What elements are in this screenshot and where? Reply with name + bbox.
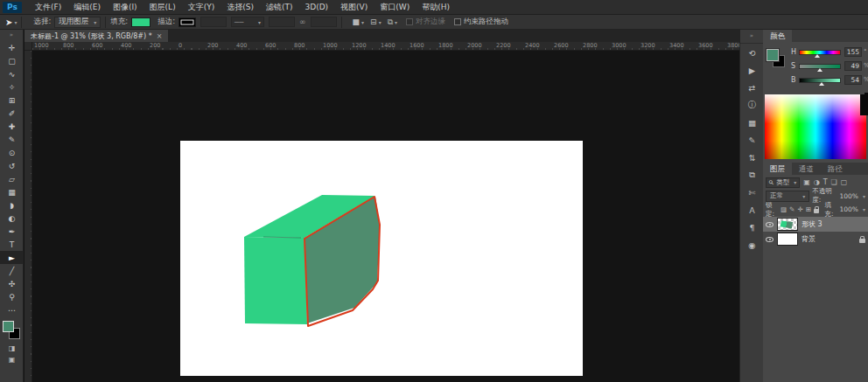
dock-panel-button[interactable]: A (740, 201, 764, 219)
lock-button[interactable]: ⊞ (806, 205, 811, 213)
width-field[interactable] (269, 17, 295, 27)
close-tab-icon[interactable]: × (157, 32, 163, 40)
filter-icon[interactable]: ▢ (841, 178, 848, 186)
path-op-button[interactable]: ■▾ (353, 17, 365, 27)
tool-button[interactable]: ✎ (0, 133, 24, 146)
tool-button[interactable]: ◐ (0, 212, 24, 225)
quick-mask-button[interactable]: ◨ (0, 343, 24, 354)
menu-item[interactable]: 文字(Y) (182, 0, 221, 15)
chevron-down-icon[interactable]: ▾ (14, 19, 17, 25)
dock-panel-button[interactable]: ✄ (740, 184, 764, 201)
tool-button[interactable]: ► (0, 251, 24, 264)
slider-handle[interactable] (817, 68, 822, 72)
stroke-width-field[interactable] (200, 17, 227, 27)
layer-kind-filter-dropdown[interactable]: ⚲ 类型 ▾ (766, 177, 800, 188)
dock-panel-button[interactable]: ⓘ (740, 96, 764, 114)
layers-tab[interactable]: 路径 (821, 163, 850, 175)
dock-panel-button[interactable]: ¶ (740, 219, 764, 236)
stroke-color-swatch[interactable] (178, 17, 196, 27)
menu-item[interactable]: 窗口(W) (374, 0, 416, 15)
tool-button[interactable]: ▦ (0, 185, 24, 198)
path-op-button[interactable]: ⧉▾ (388, 17, 397, 27)
tool-button[interactable]: ∿ (0, 67, 24, 80)
collapse-toolbar-icon[interactable]: » (0, 30, 23, 41)
tool-button[interactable]: ▱ (0, 172, 24, 185)
filter-icon[interactable]: ❏ (831, 178, 837, 186)
dock-panel-button[interactable]: ⇅ (740, 149, 764, 166)
layer-name[interactable]: 形状 3 (802, 219, 822, 229)
lock-button[interactable]: ✎ (789, 205, 794, 213)
tool-button[interactable]: ╱ (0, 264, 24, 277)
layers-tab[interactable]: 通道 (792, 163, 821, 175)
slider-value-field[interactable]: 155 (844, 47, 862, 57)
dock-panel-button[interactable]: ▦ (740, 114, 764, 131)
slider-value-field[interactable]: 54 (844, 75, 862, 85)
opacity-value[interactable]: 100% (840, 192, 858, 200)
chevron-down-icon[interactable]: ▾ (863, 193, 865, 199)
menu-item[interactable]: 选择(S) (220, 0, 260, 15)
menu-item[interactable]: 图像(I) (107, 0, 144, 15)
tool-button[interactable]: ✒ (0, 225, 24, 238)
menu-item[interactable]: 文件(F) (29, 0, 67, 15)
dock-panel-button[interactable]: ⟲ (740, 44, 764, 61)
fill-color-swatch[interactable] (131, 17, 150, 27)
stroke-style-dropdown[interactable]: ──▾ (231, 17, 264, 27)
dock-panel-button[interactable]: ▶ (740, 61, 764, 79)
color-spectrum-picker[interactable] (765, 94, 866, 159)
tool-button[interactable]: ✛ (0, 41, 24, 54)
slider-track[interactable] (799, 50, 841, 55)
height-field[interactable] (311, 17, 337, 27)
tool-button[interactable]: ⚲ (0, 290, 24, 303)
layer-name[interactable]: 背景 (802, 234, 816, 244)
layer-thumbnail[interactable] (777, 218, 798, 231)
filter-icon[interactable]: ▣ (803, 178, 810, 186)
visibility-eye-icon[interactable] (766, 237, 774, 242)
menu-item[interactable]: 帮助(H) (416, 0, 456, 15)
slider-value-field[interactable]: 49 (844, 61, 862, 71)
fill-value[interactable]: 100% (840, 205, 858, 213)
menu-item[interactable]: 滤镜(T) (260, 0, 299, 15)
layers-tab[interactable]: 图层 (763, 163, 792, 175)
path-op-button[interactable]: ⊟▾ (370, 17, 382, 27)
tool-button[interactable]: ✐ (0, 107, 24, 120)
menu-item[interactable]: 编辑(E) (67, 0, 107, 15)
visibility-eye-icon[interactable] (766, 222, 774, 227)
lock-all-icon[interactable] (814, 209, 819, 213)
foreground-color-swatch[interactable] (3, 321, 14, 332)
tool-button[interactable]: ▢ (0, 54, 24, 67)
foreground-color-swatch[interactable] (766, 49, 779, 61)
tool-button[interactable]: ✚ (0, 120, 24, 133)
dock-panel-button[interactable]: ⧉ (740, 166, 764, 184)
lock-button[interactable]: ✛ (797, 205, 802, 213)
dock-panel-button[interactable]: ◉ (740, 236, 764, 254)
menu-item[interactable]: 视图(V) (334, 0, 374, 15)
menu-item[interactable]: 3D(D) (298, 0, 334, 15)
tool-button[interactable]: T (0, 238, 24, 251)
canvas[interactable] (180, 141, 583, 376)
lock-button[interactable]: ▨ (780, 205, 787, 213)
tool-button[interactable]: ✣ (0, 277, 24, 290)
filter-icon[interactable]: ◑ (814, 178, 820, 186)
layer-thumbnail[interactable] (777, 233, 798, 246)
chevron-down-icon[interactable]: ▾ (863, 206, 865, 212)
collapse-dock-icon[interactable]: » (740, 30, 763, 44)
layer-row-background[interactable]: 背景 (763, 232, 868, 247)
box-left-face[interactable] (244, 237, 307, 324)
select-mode-dropdown[interactable]: 现用图层 ▾ (54, 17, 101, 28)
tool-button[interactable]: ⊙ (0, 146, 24, 159)
slider-handle[interactable] (815, 54, 820, 58)
dock-panel-button[interactable]: ⇄ (740, 79, 764, 96)
tool-button[interactable]: ✧ (0, 80, 24, 94)
slider-handle[interactable] (819, 82, 824, 86)
tool-button[interactable]: ◗ (0, 198, 24, 212)
filter-icon[interactable]: T (823, 178, 828, 186)
constrain-path-drag-checkbox[interactable]: 约束路径拖动 (454, 17, 508, 27)
document-tab[interactable]: 未标题-1 @ 31% (形状 3, RGB/8#) * × (24, 30, 168, 42)
dock-panel-button[interactable]: ✎ (740, 131, 764, 149)
link-dimensions-icon[interactable]: ∞ (299, 17, 306, 26)
menu-item[interactable]: 图层(L) (144, 0, 182, 15)
screen-mode-button[interactable]: ▣ (0, 354, 24, 365)
layer-row-shape3[interactable]: 形状 3 (763, 217, 868, 232)
tab-color[interactable]: 颜色 (763, 30, 792, 42)
tool-button[interactable]: ↺ (0, 159, 24, 172)
